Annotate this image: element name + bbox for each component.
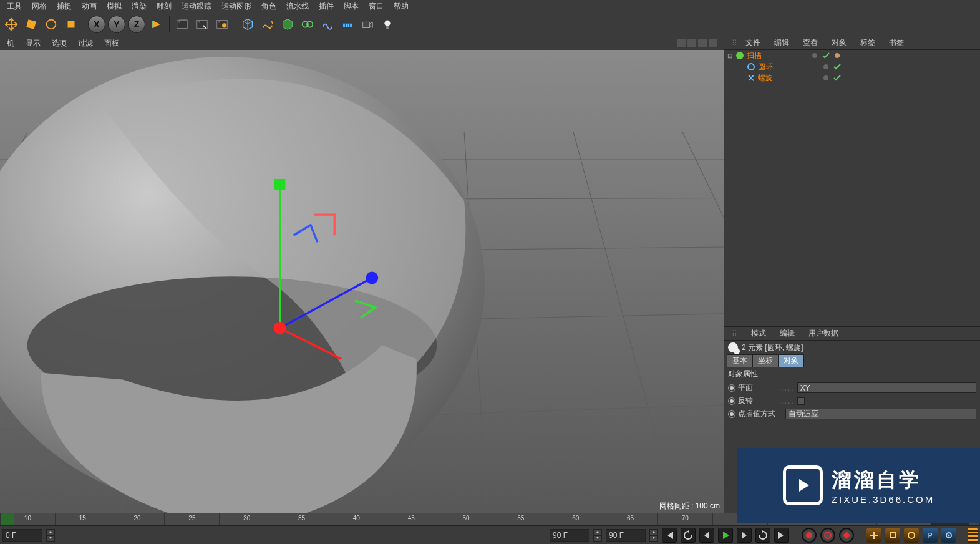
viewport-zoom-icon[interactable] (687, 39, 696, 47)
layer-dot-icon[interactable] (820, 62, 832, 72)
z-axis-lock[interactable]: Z (128, 16, 145, 33)
render-view-icon[interactable] (173, 16, 191, 33)
menu-item[interactable]: 动画 (77, 1, 101, 12)
menu-item[interactable]: 窗口 (364, 1, 388, 12)
y-axis-lock[interactable]: Y (108, 16, 125, 33)
panel-tab[interactable]: 对象 (827, 37, 851, 49)
layer-dot-icon[interactable] (820, 73, 832, 83)
end-frame-field[interactable]: 90 F (606, 529, 646, 542)
sub-tab-object[interactable]: 对象 (778, 354, 804, 367)
tree-item-label[interactable]: 圆环 (758, 62, 773, 72)
scale-tool-icon[interactable] (22, 16, 40, 33)
add-scene-icon[interactable] (339, 16, 356, 33)
menu-item[interactable]: 模拟 (102, 1, 126, 12)
rotation-key-icon[interactable] (904, 528, 919, 543)
menu-item[interactable]: 帮助 (389, 1, 413, 12)
layer-dot-icon[interactable] (809, 51, 820, 61)
menu-item[interactable]: 网格 (27, 1, 51, 12)
sub-tab-basic[interactable]: 基本 (727, 354, 753, 367)
panel-tab[interactable]: 标签 (855, 37, 880, 49)
spinner[interactable]: ▲▼ (46, 529, 55, 542)
viewport-menu-item[interactable]: 选项 (47, 37, 71, 49)
menu-item[interactable]: 工具 (2, 1, 26, 12)
radio-icon[interactable] (728, 384, 735, 392)
parameter-key-icon[interactable]: P (923, 528, 938, 543)
autokey-icon[interactable] (820, 528, 835, 543)
attr-tab[interactable]: 用户数据 (803, 328, 843, 339)
radio-icon[interactable] (728, 410, 735, 418)
menu-item[interactable]: 角色 (257, 1, 281, 12)
animation-layer-icon[interactable] (968, 528, 978, 543)
add-deformer-icon[interactable] (299, 16, 316, 33)
panel-tab[interactable]: 书签 (884, 37, 909, 49)
x-axis-lock[interactable]: X (88, 16, 105, 33)
tree-expander-icon[interactable]: ⊟ (727, 52, 733, 59)
attr-tab[interactable]: 模式 (746, 328, 771, 339)
add-environment-icon[interactable] (319, 16, 336, 33)
panel-tab[interactable]: 编辑 (769, 37, 794, 49)
panel-tab[interactable]: 查看 (798, 37, 823, 49)
tree-row-circle[interactable]: 圆环 (724, 61, 980, 72)
tree-row-sweep[interactable]: ⊟ 扫描 (724, 50, 980, 61)
visibility-check-icon[interactable] (832, 73, 843, 83)
position-key-icon[interactable] (866, 528, 881, 543)
interpolation-dropdown[interactable]: 自动适应 (785, 409, 976, 419)
tree-row-helix[interactable]: 螺旋 (724, 72, 980, 84)
menu-item[interactable]: 脚本 (339, 1, 363, 12)
menu-item[interactable]: 渲染 (127, 1, 151, 12)
add-camera-icon[interactable] (359, 16, 376, 33)
tree-item-label[interactable]: 扫描 (747, 51, 762, 61)
visibility-check-icon[interactable] (820, 51, 832, 61)
render-settings-icon[interactable] (213, 16, 231, 33)
menu-item[interactable]: 运动图形 (217, 1, 256, 12)
goto-end-icon[interactable] (774, 528, 789, 543)
menu-item[interactable]: 插件 (314, 1, 338, 12)
menu-item[interactable]: 运动跟踪 (177, 1, 216, 12)
prev-frame-icon[interactable] (699, 528, 714, 543)
tag-icon[interactable] (832, 51, 843, 61)
next-frame-icon[interactable] (737, 528, 752, 543)
next-key-icon[interactable] (755, 528, 770, 543)
viewport-pan-icon[interactable] (677, 39, 686, 47)
keyframe-selection-icon[interactable] (839, 528, 854, 543)
scale-key-icon[interactable] (885, 528, 900, 543)
menu-item[interactable]: 捕捉 (52, 1, 76, 12)
start-frame-field[interactable]: 0 F (2, 529, 42, 542)
viewport-menu-item[interactable]: 过滤 (74, 37, 97, 49)
pla-key-icon[interactable] (941, 528, 956, 543)
object-manager-tree[interactable]: ⊟ 扫描 圆环 (724, 50, 980, 327)
viewport-rotate-icon[interactable] (698, 39, 707, 47)
add-generator-icon[interactable] (279, 16, 296, 33)
sub-tab-coord[interactable]: 坐标 (752, 354, 779, 367)
tree-item-label[interactable]: 螺旋 (758, 73, 773, 84)
add-spline-icon[interactable] (259, 16, 276, 33)
viewport-menu-item[interactable]: 显示 (21, 37, 45, 49)
spinner[interactable]: ▲▼ (593, 529, 602, 542)
attr-tab[interactable]: 编辑 (775, 328, 800, 339)
last-tool-icon[interactable] (62, 16, 80, 33)
viewport-3d[interactable]: 网格间距 : 100 cm (0, 50, 724, 513)
panel-grip-icon[interactable]: ⠿ (727, 38, 737, 48)
add-light-icon[interactable] (379, 16, 396, 33)
viewport-menu-item[interactable]: 机 (2, 37, 19, 49)
menu-item[interactable]: 雕刻 (152, 1, 176, 12)
menu-item[interactable]: 流水线 (282, 1, 313, 12)
goto-start-icon[interactable] (662, 528, 677, 543)
render-region-icon[interactable] (193, 16, 211, 33)
panel-grip-icon[interactable]: ⠿ (727, 329, 742, 339)
move-tool-icon[interactable] (2, 16, 20, 33)
viewport-menu-item[interactable]: 面板 (100, 37, 124, 49)
radio-icon[interactable] (728, 397, 735, 405)
add-cube-icon[interactable] (239, 16, 256, 33)
viewport-layout-icon[interactable] (709, 39, 717, 47)
record-icon[interactable] (802, 528, 817, 543)
plane-dropdown[interactable]: XY (797, 382, 976, 393)
rotate-tool-icon[interactable] (42, 16, 60, 33)
panel-tab[interactable]: 文件 (740, 37, 765, 49)
play-icon[interactable] (718, 528, 733, 543)
current-frame-field[interactable]: 90 F (550, 529, 589, 542)
spinner[interactable]: ▲▼ (649, 529, 658, 542)
visibility-check-icon[interactable] (832, 62, 843, 72)
coord-system-icon[interactable] (148, 16, 165, 33)
prev-key-icon[interactable] (681, 528, 696, 543)
